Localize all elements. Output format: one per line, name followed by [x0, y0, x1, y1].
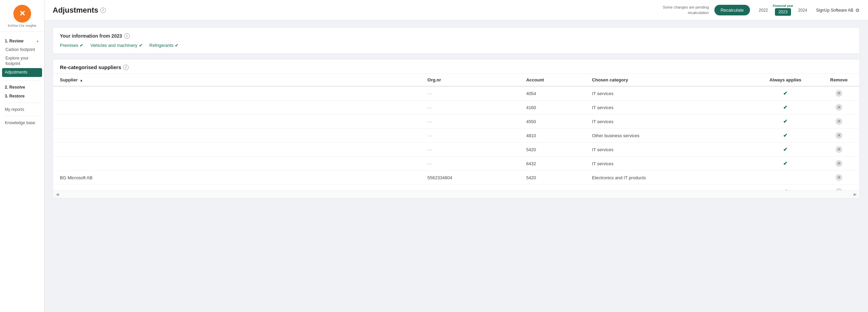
divider-1 — [3, 80, 41, 81]
cell-always-applies: ✔ — [752, 101, 818, 115]
info-section: Your information from 2023 i Premises ✔ … — [53, 27, 860, 54]
logo-text: ExFlow CO₂ Insights — [8, 24, 36, 28]
sidebar-section-3-restore[interactable]: 3. Restore — [0, 92, 44, 101]
table-row: BG Microsoft AB55623348045420Electronics… — [53, 171, 859, 185]
remove-row-button[interactable]: ✕ — [835, 118, 842, 125]
col-header-category[interactable]: Chosen category — [588, 74, 752, 86]
header: Adjustments i Some changes are pending r… — [44, 0, 868, 21]
remove-row-button[interactable]: ✕ — [835, 160, 842, 167]
sidebar-item-adjustments[interactable]: Adjustments — [2, 68, 42, 77]
sidebar-nav: 1. Review ▲ Carbon footprint Explore you… — [0, 32, 44, 131]
always-applies-check: ✔ — [783, 146, 788, 152]
cell-always-applies: ✔ — [752, 86, 818, 101]
sidebar-item-my-reports[interactable]: My reports — [0, 105, 44, 114]
refrigerants-link[interactable]: Refrigerants ✔ — [150, 43, 179, 48]
remove-row-button[interactable]: ✕ — [835, 90, 842, 97]
sidebar-item-knowledge-base[interactable]: Knowledge base — [0, 118, 44, 127]
content-area: Your information from 2023 i Premises ✔ … — [44, 21, 868, 312]
table-info-icon[interactable]: i — [123, 65, 129, 70]
cell-remove: ✕ — [818, 143, 859, 157]
remove-row-button[interactable]: ✕ — [835, 104, 842, 111]
cell-always-applies: ✔ — [752, 185, 818, 191]
year-2023-button[interactable]: 2023 — [775, 8, 791, 16]
scroll-right-arrow[interactable]: ▶ — [854, 192, 857, 197]
year-2022-button[interactable]: 2022 — [755, 6, 772, 14]
col-header-always[interactable]: Always applies — [752, 74, 818, 86]
cell-always-applies: ✔ — [752, 143, 818, 157]
col-header-org[interactable]: Org.nr — [423, 74, 522, 86]
table-section: Re-categorised suppliers i Supplier ▲ Or… — [53, 59, 860, 198]
cell-category: Electronics and IT products — [588, 171, 752, 185]
main-area: Adjustments i Some changes are pending r… — [44, 0, 868, 312]
table-body: —4054IT services✔✕—4160IT services✔✕—455… — [53, 86, 859, 190]
recalculate-button[interactable]: Recalculate — [714, 5, 750, 15]
cell-category: Other business services — [588, 129, 752, 143]
cell-remove: ✕ — [818, 101, 859, 115]
title-info-icon[interactable]: i — [100, 8, 106, 13]
cell-account: 5420 — [522, 143, 588, 157]
col-header-supplier[interactable]: Supplier ▲ — [53, 74, 423, 86]
remove-row-button[interactable]: ✕ — [835, 174, 842, 181]
remove-row-button[interactable]: ✕ — [835, 188, 842, 190]
sidebar-section-1-review[interactable]: 1. Review ▲ — [0, 37, 44, 46]
cell-remove: ✕ — [818, 157, 859, 171]
cell-supplier: BG Microsoft AB — [53, 171, 423, 185]
cell-remove: ✕ — [818, 129, 859, 143]
col-header-account[interactable]: Account — [522, 74, 588, 86]
cell-always-applies: ✔ — [752, 115, 818, 129]
always-applies-check: ✔ — [783, 90, 788, 96]
cell-category: IT services — [588, 143, 752, 157]
premises-link[interactable]: Premises ✔ — [60, 43, 83, 48]
premises-checkmark: ✔ — [80, 43, 83, 48]
scroll-left-arrow[interactable]: ◀ — [56, 192, 59, 197]
table-row: —4160IT services✔✕ — [53, 101, 859, 115]
cell-always-applies — [752, 171, 818, 185]
cell-account: 6432 — [522, 157, 588, 171]
cell-supplier — [53, 157, 423, 171]
table-row: —6432IT services✔✕ — [53, 157, 859, 171]
vehicles-checkmark: ✔ — [139, 43, 143, 48]
cell-account: 4160 — [522, 101, 588, 115]
divider-3 — [3, 116, 41, 116]
financial-year-label: Financial year — [773, 4, 793, 8]
cell-account: 4810 — [522, 129, 588, 143]
year-2024-button[interactable]: 2024 — [795, 6, 811, 14]
remove-row-button[interactable]: ✕ — [835, 132, 842, 139]
always-applies-check: ✔ — [783, 132, 788, 138]
info-section-title: Your information from 2023 i — [60, 33, 853, 39]
suppliers-table: Supplier ▲ Org.nr Account Chosen categor… — [53, 74, 859, 190]
section-1-label: 1. Review — [5, 39, 24, 43]
cell-remove: ✕ — [818, 185, 859, 191]
cell-category: IT services — [588, 115, 752, 129]
page-title: Adjustments — [53, 6, 98, 15]
always-applies-check: ✔ — [783, 188, 788, 190]
section-review: 1. Review ▲ Carbon footprint Explore you… — [0, 35, 44, 78]
vehicles-link[interactable]: Vehicles and machinery ✔ — [90, 43, 142, 48]
pending-status: Some changes are pending recalculation — [663, 5, 709, 15]
sort-arrow-supplier: ▲ — [80, 78, 83, 82]
table-header-row: Supplier ▲ Org.nr Account Chosen categor… — [53, 74, 859, 86]
col-header-remove[interactable]: Remove — [818, 74, 859, 86]
cell-org: — — [423, 86, 522, 101]
cell-org: 5562334804 — [423, 185, 522, 191]
cell-remove: ✕ — [818, 86, 859, 101]
table-wrapper[interactable]: Supplier ▲ Org.nr Account Chosen categor… — [53, 74, 859, 190]
sidebar-item-carbon-footprint[interactable]: Carbon footprint — [0, 46, 44, 54]
cell-supplier — [53, 86, 423, 101]
cell-org: — — [423, 115, 522, 129]
sidebar-item-explore-footprint[interactable]: Explore your footprint — [0, 54, 44, 68]
sidebar: ✕ ExFlow CO₂ Insights 1. Review ▲ Carbon… — [0, 0, 44, 312]
cell-category: IT services — [588, 185, 752, 191]
sidebar-section-2-resolve[interactable]: 2. Resolve — [0, 83, 44, 92]
table-title: Re-categorised suppliers — [60, 64, 121, 70]
logo-area: ✕ ExFlow CO₂ Insights — [0, 0, 44, 32]
settings-icon[interactable]: ⚙ — [855, 8, 860, 13]
year-2023-wrapper: Financial year 2023 — [773, 4, 793, 16]
chevron-up-icon: ▲ — [36, 39, 39, 43]
info-section-icon[interactable]: i — [124, 33, 130, 39]
table-row: —5420IT services✔✕ — [53, 143, 859, 157]
cell-org: — — [423, 143, 522, 157]
cell-supplier — [53, 129, 423, 143]
remove-row-button[interactable]: ✕ — [835, 146, 842, 153]
year-selector: 2022 Financial year 2023 2024 — [755, 4, 811, 16]
